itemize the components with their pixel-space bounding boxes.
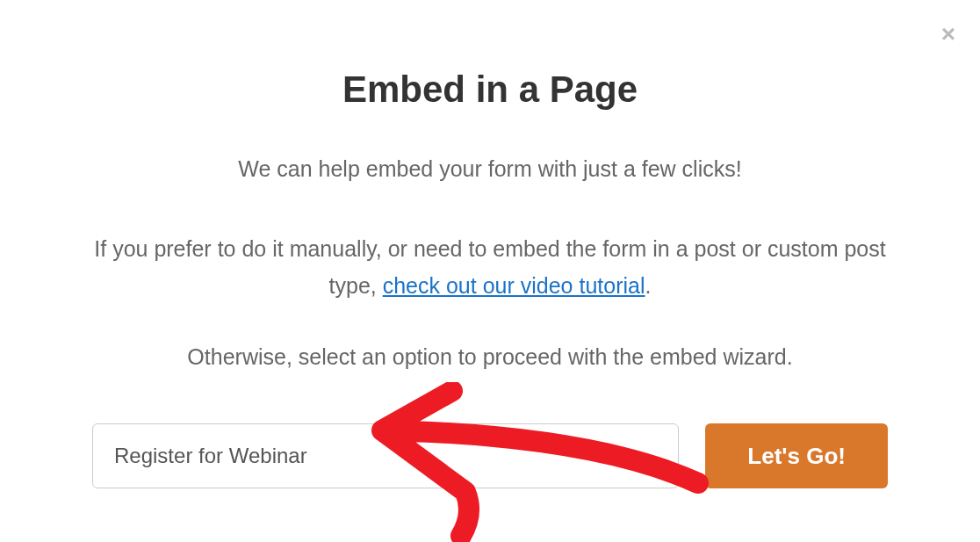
lets-go-button[interactable]: Let's Go! (705, 423, 888, 488)
modal-paragraph-1: If you prefer to do it manually, or need… (70, 230, 910, 305)
embed-form-row: Let's Go! (70, 423, 910, 488)
paragraph-text-post: . (645, 273, 651, 298)
modal-title: Embed in a Page (70, 69, 910, 111)
video-tutorial-link[interactable]: check out our video tutorial (383, 273, 645, 298)
embed-modal: × Embed in a Page We can help embed your… (0, 0, 980, 542)
modal-subtitle: We can help embed your form with just a … (70, 153, 910, 186)
modal-paragraph-2: Otherwise, select an option to proceed w… (70, 338, 910, 376)
page-name-input[interactable] (92, 423, 679, 488)
close-icon[interactable]: × (941, 22, 955, 47)
